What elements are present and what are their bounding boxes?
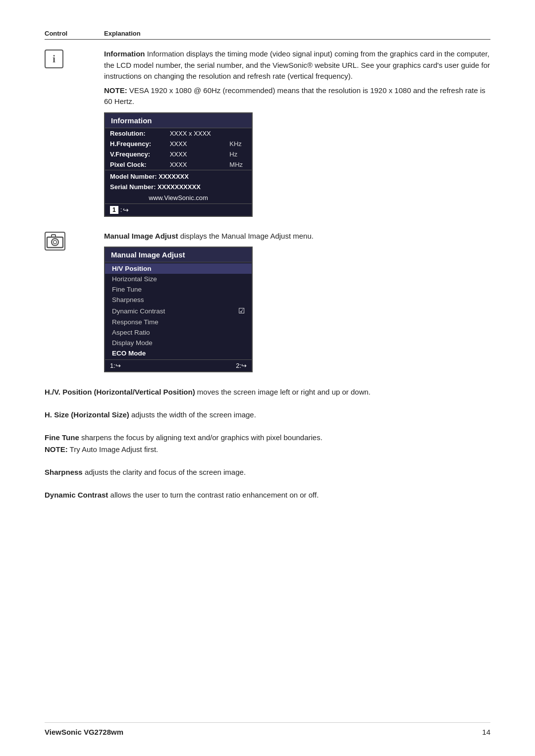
svg-point-2 [54, 240, 57, 244]
mia-item-sharpness: Sharpness [105, 295, 252, 305]
page-footer: ViewSonic VG2728wm 14 [45, 722, 490, 736]
info-icon-col: i [45, 49, 104, 68]
footer-model: VG2728wm [84, 728, 123, 736]
footer-arrow-icon: ↪ [123, 206, 129, 214]
svg-rect-3 [52, 235, 55, 237]
page-content: Control Explanation i Information Inform… [0, 0, 535, 552]
mia-item-ecomode: ECO Mode [105, 348, 252, 358]
checkbox-icon: ☑ [238, 306, 245, 315]
osd-value: XXXX x XXXX [165, 128, 225, 139]
osd-row-pixelclock: Pixel Clock: XXXX MHz [105, 159, 252, 170]
info-bold-label: Information [104, 50, 145, 58]
mia-item-responsetime: Response Time [105, 317, 252, 327]
osd-label: Serial Number: XXXXXXXXXX [105, 182, 224, 192]
footer-colon: : [120, 206, 122, 213]
mia-intro: Manual Image Adjust displays the Manual … [104, 231, 490, 242]
osd-row-website: www.ViewSonic.com [105, 192, 252, 203]
footer-brand: ViewSonic VG2728wm [45, 728, 123, 736]
desc-hsize-bold: H. Size (Horizontal Size) [45, 410, 129, 419]
osd-value: XXXX [165, 149, 225, 159]
mia-text-col: Manual Image Adjust displays the Manual … [104, 231, 490, 373]
desc-finetune: Fine Tune sharpens the focus by aligning… [45, 432, 490, 455]
desc-hvposition: H./V. Position (Horizontal/Vertical Posi… [45, 386, 490, 398]
desc-hsize-text: adjusts the width of the screen image. [131, 410, 256, 419]
mia-footer-num1: 1 [110, 362, 113, 369]
osd-row-vfreq: V.Frequency: XXXX Hz [105, 149, 252, 159]
mia-osd-footer: 1 : ↪ 2 : ↪ [105, 359, 252, 371]
mia-footer-left: 1 : ↪ [110, 362, 121, 369]
desc-dyncontrast-bold: Dynamic Contrast [45, 491, 108, 499]
desc-dyncontrast: Dynamic Contrast allows the user to turn… [45, 489, 490, 501]
mia-icon-col [45, 231, 104, 251]
info-row: i Information Information displays the t… [45, 49, 490, 217]
osd-label: H.Frequency: [105, 139, 165, 149]
mia-item-displaymode: Display Mode [105, 338, 252, 348]
desc-finetune-note-label: NOTE: [45, 445, 68, 454]
camera-svg [46, 234, 64, 249]
osd-value: XXXX [165, 139, 225, 149]
footer-brand-name: ViewSonic [45, 728, 82, 736]
desc-finetune-bold: Fine Tune [45, 433, 79, 442]
desc-dyncontrast-text: allows the user to turn the contrast rat… [110, 491, 319, 499]
osd-unit: Hz [224, 149, 252, 159]
osd-unit: KHz [224, 139, 252, 149]
mia-item-hsize: Horizontal Size [105, 274, 252, 284]
footer-page-num: 14 [482, 728, 490, 736]
desc-finetune-text: sharpens the focus by aligning text and/… [81, 433, 322, 442]
osd-row-serial: Serial Number: XXXXXXXXXX [105, 182, 252, 192]
osd-row-resolution: Resolution: XXXX x XXXX [105, 128, 252, 139]
footer-num: 1 [110, 206, 118, 214]
info-osd-title: Information [105, 113, 252, 128]
info-note-label: NOTE: [104, 86, 127, 95]
mia-item-dyncontrast: Dynamic Contrast ☑ [105, 305, 252, 317]
mia-row: Manual Image Adjust displays the Manual … [45, 231, 490, 373]
desc-hvposition-text: moves the screen image left or right and… [197, 388, 371, 396]
mia-osd-box: Manual Image Adjust H/V Position Horizon… [104, 247, 253, 372]
mia-item-hvposition: H/V Position [105, 263, 252, 274]
mia-footer-arrow1-icon: ↪ [115, 362, 121, 369]
desc-hvposition-bold: H./V. Position (Horizontal/Vertical Posi… [45, 388, 195, 396]
mia-bold-label: Manual Image Adjust [104, 232, 178, 240]
mia-item-dyncontrast-label: Dynamic Contrast [112, 307, 165, 315]
osd-label: Model Number: XXXXXXX [105, 170, 224, 182]
mia-footer-right: 2 : ↪ [236, 362, 247, 369]
info-note-text: VESA 1920 x 1080 @ 60Hz (recommended) me… [104, 86, 485, 106]
osd-row-model: Model Number: XXXXXXX [105, 170, 252, 182]
mia-osd-title: Manual Image Adjust [105, 248, 252, 262]
info-osd-footer: 1 : ↪ [105, 203, 252, 216]
camera-icon [45, 232, 65, 251]
info-intro-text: Information displays the timing mode (vi… [104, 50, 490, 80]
desc-finetune-note-text: Try Auto Image Adjust first. [70, 445, 159, 454]
osd-label: Pixel Clock: [105, 159, 165, 170]
osd-unit: MHz [224, 159, 252, 170]
osd-value: XXXX [165, 159, 225, 170]
osd-label: V.Frequency: [105, 149, 165, 159]
header-control: Control [45, 30, 104, 37]
osd-label: Resolution: [105, 128, 165, 139]
svg-point-1 [52, 239, 58, 246]
mia-footer-arrow2-icon: ↪ [241, 362, 247, 369]
desc-sharpness-bold: Sharpness [45, 468, 83, 476]
mia-item-aspectratio: Aspect Ratio [105, 327, 252, 338]
desc-hsize: H. Size (Horizontal Size) adjusts the wi… [45, 409, 490, 421]
osd-website: www.ViewSonic.com [105, 192, 252, 203]
desc-sharpness: Sharpness adjusts the clarity and focus … [45, 466, 490, 478]
table-header: Control Explanation [45, 30, 490, 40]
info-description: Information Information displays the tim… [104, 49, 490, 82]
info-text-col: Information Information displays the tim… [104, 49, 490, 217]
mia-intro-text: displays the Manual Image Adjust menu. [180, 232, 314, 240]
mia-item-finetune: Fine Tune [105, 284, 252, 295]
osd-row-hfreq: H.Frequency: XXXX KHz [105, 139, 252, 149]
info-osd-table: Resolution: XXXX x XXXX H.Frequency: XXX… [105, 128, 252, 203]
desc-sharpness-text: adjusts the clarity and focus of the scr… [85, 468, 246, 476]
mia-footer-num2: 2 [236, 362, 239, 369]
info-note: NOTE: VESA 1920 x 1080 @ 60Hz (recommend… [104, 85, 490, 107]
info-osd-box: Information Resolution: XXXX x XXXX H.Fr… [104, 112, 253, 217]
mia-osd-items: H/V Position Horizontal Size Fine Tune S… [105, 262, 252, 359]
info-icon: i [45, 50, 63, 68]
header-explanation: Explanation [104, 30, 141, 37]
